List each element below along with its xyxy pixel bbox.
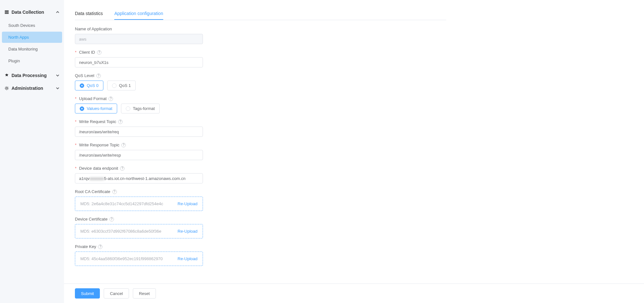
reupload-link[interactable]: Re-Upload	[178, 256, 197, 261]
menu-administration[interactable]: Administration	[0, 82, 64, 94]
help-icon[interactable]: ?	[109, 217, 114, 221]
cancel-button[interactable]: Cancel	[104, 288, 129, 299]
required-marker: *	[75, 50, 76, 55]
label-private-key: Private Key	[75, 244, 96, 249]
sidebar-item-south-devices[interactable]: South Devices	[2, 20, 62, 31]
required-marker: *	[75, 166, 76, 171]
md5-text: MD5: 45c4aa5860f36e952ec191f998862970	[80, 256, 163, 261]
tab-application-configuration[interactable]: Application configuration	[114, 8, 163, 20]
label-app-name: Name of Application	[75, 27, 112, 31]
help-icon[interactable]: ?	[112, 190, 117, 194]
md5-text: MD5: 2e6a4c8e31c74cc5d142297dfd254e4c	[80, 201, 163, 206]
menu-label: Data Collection	[12, 10, 44, 15]
help-icon[interactable]: ?	[118, 120, 123, 124]
sidebar-item-data-monitoring[interactable]: Data Monitoring	[2, 43, 62, 55]
label-write-req: Write Request Topic	[79, 119, 116, 124]
database-icon	[4, 10, 9, 14]
sidebar: Data Collection South Devices North Apps…	[0, 0, 64, 303]
tabs: Data statistics Application configuratio…	[75, 8, 446, 20]
tab-data-statistics[interactable]: Data statistics	[75, 8, 103, 20]
label-upload-format: Upload Format	[79, 96, 107, 101]
menu-label: Administration	[12, 86, 43, 91]
submit-button[interactable]: Submit	[75, 288, 100, 299]
radio-dot-icon	[80, 106, 84, 111]
required-marker: *	[75, 143, 76, 147]
svg-rect-1	[5, 12, 9, 13]
sidebar-item-plugin[interactable]: Plugin	[2, 55, 62, 66]
radio-dot-icon	[80, 83, 84, 88]
device-cert-upload: MD5: e6303ccf37d992f67086c8a6de50f36e Re…	[75, 224, 203, 238]
md5-text: MD5: e6303ccf37d992f67086c8a6de50f36e	[80, 229, 161, 234]
radio-dot-icon	[112, 83, 117, 88]
help-icon[interactable]: ?	[96, 74, 101, 78]
sidebar-item-north-apps[interactable]: North Apps	[2, 32, 62, 43]
menu-data-processing[interactable]: Data Processing	[0, 70, 64, 81]
label-endpoint: Device data endponit	[79, 166, 118, 171]
radio-values-format[interactable]: Values-format	[75, 104, 117, 113]
radio-tags-format[interactable]: Tags-format	[121, 104, 160, 113]
reupload-link[interactable]: Re-Upload	[178, 201, 197, 206]
help-icon[interactable]: ?	[98, 245, 102, 249]
help-icon[interactable]: ?	[120, 166, 125, 171]
footer-actions: Submit Cancel Reset	[64, 284, 644, 303]
endpoint-input[interactable]: a1rqvxxxxxxx5-ats.iot.cn-northwest-1.ama…	[75, 173, 203, 183]
main-content: Data statistics Application configuratio…	[64, 0, 644, 303]
help-icon[interactable]: ?	[121, 143, 126, 147]
write-request-input[interactable]	[75, 127, 203, 137]
gear-icon	[4, 86, 9, 90]
client-id-input[interactable]	[75, 57, 203, 67]
app-name-input	[75, 34, 203, 44]
chevron-up-icon	[56, 10, 60, 14]
help-icon[interactable]: ?	[109, 97, 113, 101]
help-icon[interactable]: ?	[97, 50, 101, 55]
required-marker: *	[75, 119, 76, 124]
chevron-down-icon	[56, 74, 60, 77]
label-write-resp: Write Response Topic	[79, 143, 119, 147]
label-client-id: Client ID	[79, 50, 95, 55]
private-key-upload: MD5: 45c4aa5860f36e952ec191f998862970 Re…	[75, 252, 203, 266]
config-form: Name of Application *Client ID? QoS Leve…	[75, 27, 203, 266]
label-qos: QoS Level	[75, 73, 94, 78]
radio-qos-1[interactable]: QoS 1	[107, 81, 136, 90]
chevron-down-icon	[56, 86, 60, 90]
label-root-ca: Root CA Certificate	[75, 189, 110, 194]
write-response-input[interactable]	[75, 150, 203, 160]
svg-point-3	[6, 87, 7, 89]
menu-data-collection[interactable]: Data Collection	[0, 6, 64, 18]
radio-dot-icon	[126, 106, 130, 111]
radio-qos-0[interactable]: QoS 0	[75, 81, 103, 90]
svg-rect-2	[5, 13, 9, 14]
menu-label: Data Processing	[12, 73, 47, 78]
svg-rect-0	[5, 11, 9, 12]
required-marker: *	[75, 96, 76, 101]
label-dev-cert: Device Certificate	[75, 217, 108, 221]
reset-button[interactable]: Reset	[133, 288, 156, 299]
processing-icon	[4, 73, 9, 78]
reupload-link[interactable]: Re-Upload	[178, 229, 197, 234]
root-ca-upload: MD5: 2e6a4c8e31c74cc5d142297dfd254e4c Re…	[75, 197, 203, 211]
